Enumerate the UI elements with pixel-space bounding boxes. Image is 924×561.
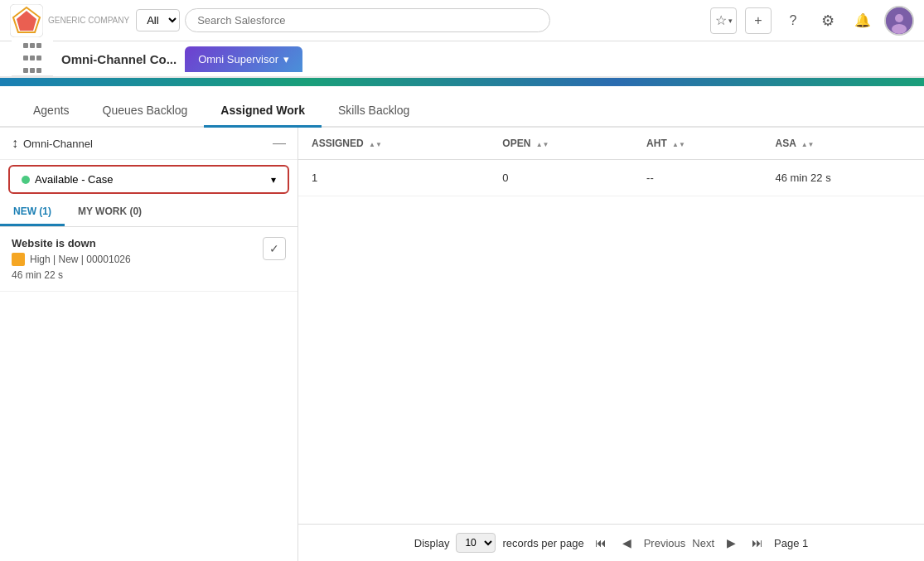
- tab-skills-backlog[interactable]: Skills Backlog: [322, 95, 426, 128]
- first-page-button[interactable]: ⏮: [591, 533, 611, 553]
- cell-open: 0: [489, 160, 633, 196]
- cell-asa: 46 min 22 s: [762, 160, 924, 196]
- status-dot-green: [22, 176, 30, 184]
- top-nav: GENERIC COMPANY All ☆ ▾ + ? ⚙ 🔔: [0, 0, 924, 41]
- omni-channel-header: ↕ Omni-Channel —: [0, 128, 298, 160]
- data-table: ASSIGNED ▲▼ OPEN ▲▼ AHT ▲▼: [298, 128, 924, 524]
- sort-arrows-open: ▲▼: [536, 142, 549, 148]
- tab-agents[interactable]: Agents: [17, 95, 86, 128]
- sort-arrows-aht: ▲▼: [672, 142, 685, 148]
- work-item-row: Website is down High | New | 00001026 46…: [12, 237, 286, 281]
- help-icon: ?: [790, 13, 797, 28]
- work-tab-new[interactable]: NEW (1): [0, 199, 65, 226]
- status-dropdown-icon[interactable]: ▾: [271, 174, 276, 186]
- minimize-button[interactable]: —: [273, 137, 286, 150]
- work-tab-my-work[interactable]: MY WORK (0): [65, 199, 155, 226]
- logo-area: GENERIC COMPANY: [10, 4, 129, 37]
- work-item-meta: High | New | 00001026: [12, 253, 131, 266]
- sort-arrows-assigned: ▲▼: [369, 142, 382, 148]
- search-input[interactable]: [185, 8, 550, 32]
- star-icon: ☆: [715, 12, 727, 28]
- bell-icon: 🔔: [854, 12, 871, 28]
- svg-point-4: [895, 14, 903, 22]
- previous-label[interactable]: Previous: [644, 537, 686, 549]
- omni-supervisor-tab-chevron: ▾: [283, 53, 289, 65]
- company-name: GENERIC COMPANY: [48, 16, 129, 25]
- cell-aht: --: [633, 160, 762, 196]
- priority-icon-yellow: [12, 253, 25, 266]
- tab-assigned-work[interactable]: Assigned Work: [204, 95, 322, 128]
- col-open[interactable]: OPEN ▲▼: [489, 128, 633, 160]
- plus-icon: +: [754, 13, 762, 28]
- last-page-button[interactable]: ⏭: [747, 533, 767, 553]
- work-item-title[interactable]: Website is down: [12, 237, 131, 249]
- prev-page-button[interactable]: ◀: [617, 533, 637, 553]
- omni-supervisor-tab-label: Omni Supervisor: [198, 53, 278, 65]
- tabs-row: Agents Queues Backlog Assigned Work Skil…: [0, 86, 924, 128]
- cell-assigned: 1: [298, 160, 489, 196]
- work-item: Website is down High | New | 00001026 46…: [0, 227, 298, 292]
- search-area: All: [136, 8, 550, 32]
- top-nav-actions: ☆ ▾ + ? ⚙ 🔔: [710, 6, 914, 36]
- notifications-button[interactable]: 🔔: [849, 7, 876, 34]
- svg-point-5: [892, 24, 907, 34]
- work-item-meta-text: High | New | 00001026: [30, 254, 131, 265]
- settings-icon: ⚙: [821, 12, 835, 30]
- work-item-info: Website is down High | New | 00001026 46…: [12, 237, 131, 281]
- search-filter-select[interactable]: All: [136, 9, 180, 31]
- pagination-bar: Display 10 25 50 records per page ⏮ ◀ Pr…: [298, 524, 924, 561]
- settings-button[interactable]: ⚙: [815, 7, 841, 34]
- add-button[interactable]: +: [745, 7, 772, 34]
- next-label[interactable]: Next: [692, 537, 714, 549]
- work-tabs: NEW (1) MY WORK (0): [0, 199, 298, 227]
- display-label: Display: [414, 537, 450, 549]
- col-asa[interactable]: ASA ▲▼: [762, 128, 924, 160]
- checkmark-icon: ✓: [269, 242, 279, 255]
- grid-menu-icon[interactable]: [12, 41, 53, 77]
- status-available: Available - Case: [22, 173, 113, 186]
- records-per-page-label: records per page: [502, 537, 583, 549]
- table-header-row: ASSIGNED ▲▼ OPEN ▲▼ AHT ▲▼: [298, 128, 924, 160]
- omni-supervisor-tab[interactable]: Omni Supervisor ▾: [185, 46, 302, 72]
- omni-channel-text: Omni-Channel: [23, 138, 93, 150]
- teal-banner: [0, 78, 924, 86]
- content-row: ↕ Omni-Channel — Available - Case ▾ NEW …: [0, 128, 924, 561]
- omni-channel-icon: ↕: [12, 136, 18, 151]
- table-row: 1 0 -- 46 min 22 s: [298, 160, 924, 196]
- page-number-label: Page 1: [774, 537, 808, 549]
- left-panel: ↕ Omni-Channel — Available - Case ▾ NEW …: [0, 128, 298, 561]
- star-dropdown-icon: ▾: [728, 17, 733, 25]
- tab-queues-backlog[interactable]: Queues Backlog: [86, 95, 205, 128]
- sort-arrows-asa: ▲▼: [801, 142, 815, 148]
- help-button[interactable]: ?: [780, 7, 806, 34]
- col-assigned[interactable]: ASSIGNED ▲▼: [298, 128, 489, 160]
- per-page-select[interactable]: 10 25 50: [456, 533, 496, 553]
- status-row: Available - Case ▾: [8, 165, 289, 194]
- main-content: Agents Queues Backlog Assigned Work Skil…: [0, 86, 924, 561]
- status-label: Available - Case: [35, 173, 113, 186]
- company-logo: [10, 4, 43, 37]
- accept-work-button[interactable]: ✓: [263, 237, 286, 260]
- work-item-time: 46 min 22 s: [12, 269, 131, 281]
- assigned-work-table: ASSIGNED ▲▼ OPEN ▲▼ AHT ▲▼: [298, 128, 924, 196]
- app-title: Omni-Channel Co...: [61, 52, 177, 66]
- col-aht[interactable]: AHT ▲▼: [633, 128, 762, 160]
- right-panel: ASSIGNED ▲▼ OPEN ▲▼ AHT ▲▼: [298, 128, 924, 561]
- star-button[interactable]: ☆ ▾: [710, 7, 737, 34]
- app-bar: Omni-Channel Co... Omni Supervisor ▾: [0, 41, 924, 78]
- omni-channel-label-row: ↕ Omni-Channel: [12, 136, 93, 151]
- avatar-image: [886, 7, 912, 34]
- user-avatar-button[interactable]: [884, 6, 914, 36]
- next-page-button[interactable]: ▶: [721, 533, 741, 553]
